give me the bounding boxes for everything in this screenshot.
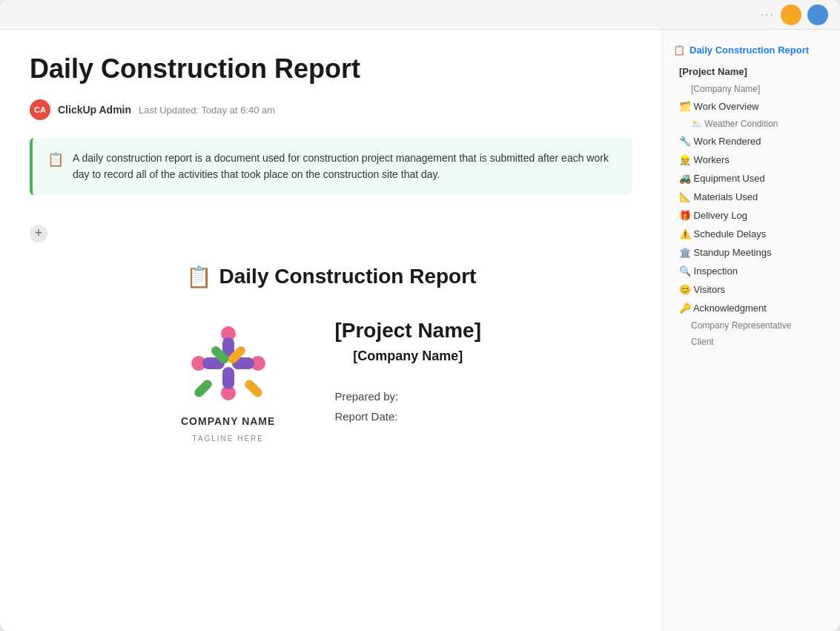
sidebar-nav-item[interactable]: 😊 Visitors [673,281,830,298]
sidebar-nav-item[interactable]: 🎁 Delivery Log [673,207,830,224]
prepared-by-label: Prepared by: [334,386,481,406]
sidebar-nav-item[interactable]: 📐 Materials Used [673,188,830,205]
sidebar-title-icon: 📋 [673,44,685,56]
sidebar-nav-item[interactable]: 🗂️ Work Overview [673,98,830,115]
callout-box: 📋 A daily construction report is a docum… [30,138,632,195]
avatar-yellow [781,4,801,25]
report-heading: 📋 Daily Construction Report [30,265,632,289]
sidebar-sub-item[interactable]: Company Representative [673,318,830,333]
main-layout: Daily Construction Report CA ClickUp Adm… [0,30,840,631]
report-heading-icon: 📋 [186,265,212,289]
sidebar-nav-item[interactable]: 🔍 Inspection [673,262,830,280]
avatar-blue [807,4,828,25]
sidebar-sub-item[interactable]: Client [673,334,830,349]
sidebar-nav-item[interactable]: 🏛️ Standup Meetings [673,244,830,261]
report-body: COMPANY NAME TAGLINE HERE [Project Name]… [30,319,632,443]
more-icon[interactable]: ··· [761,8,775,22]
add-block: + [30,225,632,242]
add-button[interactable]: + [30,225,47,242]
logo-section: COMPANY NAME TAGLINE HERE [181,319,275,443]
page-title: Daily Construction Report [30,53,632,85]
right-sidebar: 📋 Daily Construction Report [Project Nam… [662,30,840,631]
callout-text: A daily construction report is a documen… [73,150,618,183]
author-bar: CA ClickUp Admin Last Updated: Today at … [30,99,632,120]
sidebar-title: 📋 Daily Construction Report [673,44,830,56]
company-logo [184,319,273,408]
sidebar-nav-item[interactable]: 👷 Workers [673,151,830,168]
company-name-text: [Company Name] [334,348,481,364]
project-info: [Project Name] [Company Name] Prepared b… [334,319,481,426]
company-name-label: COMPANY NAME [181,415,275,427]
sidebar-items: [Project Name][Company Name]🗂️ Work Over… [673,63,830,349]
sidebar-nav-item[interactable]: 🚜 Equipment Used [673,170,830,187]
report-section: 📋 Daily Construction Report [30,265,632,443]
sidebar-section-item[interactable]: [Project Name] [673,63,830,80]
sidebar-nav-item[interactable]: 🔧 Work Rendered [673,133,830,150]
avatar: CA [30,99,50,120]
project-name: [Project Name] [334,319,481,343]
sidebar-sub-item[interactable]: 🌥️ Weather Condition [673,116,830,131]
svg-rect-11 [242,378,263,399]
last-updated: Last Updated: Today at 6:40 am [139,105,275,116]
sidebar-nav-item[interactable]: 🔑 Acknowledgment [673,300,830,317]
prepared-by: Prepared by: Report Date: [334,386,481,426]
sidebar-sub-item[interactable]: [Company Name] [673,82,830,96]
callout-icon: 📋 [47,151,64,183]
tagline-label: TAGLINE HERE [192,435,264,443]
author-name: ClickUp Admin [58,104,131,116]
app-window: ··· Daily Construction Report CA ClickUp… [0,0,840,631]
svg-rect-6 [222,367,234,389]
titlebar: ··· [0,0,840,30]
svg-rect-10 [193,378,214,399]
report-date-label: Report Date: [334,406,481,426]
sidebar-nav-item[interactable]: ⚠️ Schedule Delays [673,225,830,242]
content-area: Daily Construction Report CA ClickUp Adm… [0,30,662,631]
